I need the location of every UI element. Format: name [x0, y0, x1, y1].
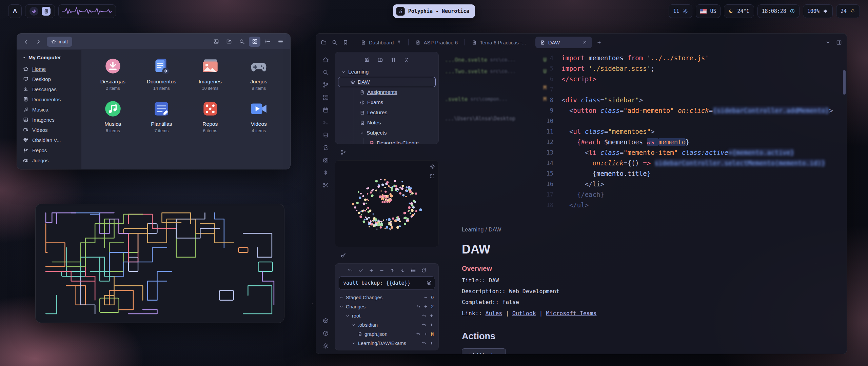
code-line[interactable]: 10: [546, 116, 838, 126]
push-icon[interactable]: [390, 268, 395, 273]
explorer-item[interactable]: Learning: [338, 67, 436, 77]
broken-link-icon[interactable]: [322, 144, 329, 151]
media-view-icon[interactable]: [210, 37, 222, 47]
code-line[interactable]: 11 <ul class="mementoes">: [546, 126, 838, 137]
currency-icon[interactable]: [322, 169, 329, 176]
collapse-all-icon[interactable]: [404, 57, 410, 63]
scrollbar-thumb[interactable]: [843, 70, 846, 95]
sort-icon[interactable]: [391, 57, 396, 63]
sidebar-item-videos[interactable]: Videos: [17, 125, 81, 135]
explorer-item[interactable]: Exams: [338, 97, 436, 107]
notifications-widget[interactable]: 24: [836, 4, 860, 18]
pin-icon[interactable]: [397, 40, 401, 45]
launcher-button[interactable]: Λ: [8, 4, 22, 18]
list-view-icon[interactable]: [262, 37, 273, 47]
explorer-item[interactable]: Assignments: [338, 87, 436, 97]
discard-icon[interactable]: [422, 341, 426, 345]
clock-widget[interactable]: 18:08:28: [757, 4, 800, 18]
tab-bar[interactable]: Dashboard ASP Practice 6 Tema 6 Práctica…: [316, 34, 847, 51]
sidebar-item-documentos[interactable]: Documentos: [17, 94, 81, 104]
file-manager-titlebar[interactable]: matt: [17, 34, 290, 50]
files-panel-icon[interactable]: [321, 39, 327, 45]
code-line[interactable]: 17 {/each}: [546, 189, 838, 200]
code-line[interactable]: 14 on:click={() => sidebarController.sel…: [546, 158, 838, 168]
discard-icon[interactable]: [422, 313, 426, 318]
code-line[interactable]: 9 <button class="add-memento" on:click={…: [546, 105, 838, 116]
refresh-icon[interactable]: [421, 268, 427, 273]
folder-documentos[interactable]: Documentos 14 items: [138, 57, 185, 91]
new-folder-icon[interactable]: [223, 37, 235, 47]
sidebar-item-desktop[interactable]: Desktop: [17, 74, 81, 84]
graph-view-icon[interactable]: [322, 94, 329, 101]
explorer-item[interactable]: Desarrollo-Cliente: [338, 138, 436, 144]
folder-repos[interactable]: Repos 6 items: [187, 99, 234, 133]
link-aules[interactable]: Aules: [486, 310, 502, 317]
code-line[interactable]: 6</script>: [546, 74, 838, 84]
sidebar-item-home[interactable]: Home: [17, 64, 81, 74]
collapsed-panel-key[interactable]: [335, 250, 439, 261]
stage-plus-icon[interactable]: [429, 323, 434, 327]
commit-message-input[interactable]: [339, 277, 435, 289]
back-button[interactable]: [21, 37, 31, 47]
code-line[interactable]: 8<div class="sidebar">: [546, 95, 838, 105]
book-icon[interactable]: [322, 132, 329, 138]
forward-button[interactable]: [33, 37, 43, 47]
sidebar-header[interactable]: My Computer: [17, 54, 81, 64]
settings-gear-icon[interactable]: [322, 343, 329, 349]
code-editor-area[interactable]: ...One.svelte src\co... U ...Two.svelte …: [444, 53, 838, 215]
folder-videos[interactable]: Videos 4 items: [236, 99, 282, 133]
link-outlook[interactable]: Outlook: [512, 310, 536, 317]
stage-all-icon[interactable]: [369, 268, 374, 273]
local-graph[interactable]: [335, 161, 438, 247]
explorer-item[interactable]: Notes: [338, 118, 436, 128]
minus-icon[interactable]: [423, 295, 428, 300]
graph-view-panel[interactable]: [335, 160, 439, 247]
breadcrumb[interactable]: matt: [47, 37, 72, 47]
git-tree-row[interactable]: graph.json M: [339, 329, 435, 339]
home-icon[interactable]: [322, 57, 329, 63]
code-line[interactable]: 15 {memento.title}: [546, 168, 838, 179]
terminal-icon[interactable]: [322, 119, 329, 126]
new-note-icon[interactable]: [364, 57, 370, 63]
workspace-indicator[interactable]: [25, 4, 55, 18]
folder-musica[interactable]: Musica 6 items: [90, 99, 136, 133]
commit-check-icon[interactable]: [358, 268, 363, 273]
collapsed-panel-branch[interactable]: [335, 147, 439, 158]
search-icon[interactable]: [236, 37, 248, 47]
code-line[interactable]: 12 {#each $mementoes as memento}: [546, 137, 838, 147]
menu-icon[interactable]: [275, 37, 286, 47]
new-folder-icon[interactable]: [377, 57, 383, 63]
clear-input-icon[interactable]: [426, 280, 432, 286]
sidebar-item-repos[interactable]: Repos: [17, 145, 81, 155]
tab-dashboard[interactable]: Dashboard: [356, 37, 406, 48]
sidebar-item-obsidian-vault[interactable]: Obsidian V...: [17, 135, 81, 145]
discard-icon[interactable]: [416, 304, 420, 309]
folder-juegos[interactable]: Juegos 8 items: [236, 57, 282, 91]
media-widget[interactable]: Polyphia - Neurotica: [393, 4, 475, 18]
explorer-item[interactable]: Lectures: [338, 107, 436, 118]
code-block[interactable]: 4import mementoes from '../../store.js'5…: [546, 53, 838, 210]
tab-daw[interactable]: DAW: [535, 37, 592, 48]
code-line[interactable]: 18 </ul>: [546, 200, 838, 210]
sidebar-item-juegos[interactable]: Juegos: [17, 155, 81, 165]
unstage-all-icon[interactable]: [379, 268, 384, 273]
git-branch-icon[interactable]: [322, 82, 329, 88]
folder-descargas[interactable]: Descargas 2 items: [90, 57, 136, 91]
scrollbar[interactable]: [843, 70, 846, 351]
backup-icon[interactable]: [348, 268, 353, 273]
graph-expand-icon[interactable]: [430, 174, 435, 179]
camera-icon[interactable]: [322, 157, 329, 163]
chevron-down-icon[interactable]: [825, 40, 831, 45]
sidebar-item-musica[interactable]: Musica: [17, 104, 81, 115]
tab-asp-practice[interactable]: ASP Practice 6: [411, 37, 462, 48]
close-icon[interactable]: [583, 40, 587, 45]
folder-imagenes[interactable]: Imagenes 10 items: [187, 57, 234, 91]
calendar-icon[interactable]: [322, 107, 329, 113]
stage-plus-icon[interactable]: [429, 313, 434, 318]
explorer-item[interactable]: DAW: [338, 77, 436, 87]
pull-icon[interactable]: [400, 268, 406, 273]
code-line[interactable]: 16 </li>: [546, 179, 838, 189]
git-tree-row[interactable]: root: [339, 311, 435, 320]
sidebar-item-descargas[interactable]: Descargas: [17, 84, 81, 94]
code-line[interactable]: 4import mementoes from '../../store.js': [546, 53, 838, 63]
